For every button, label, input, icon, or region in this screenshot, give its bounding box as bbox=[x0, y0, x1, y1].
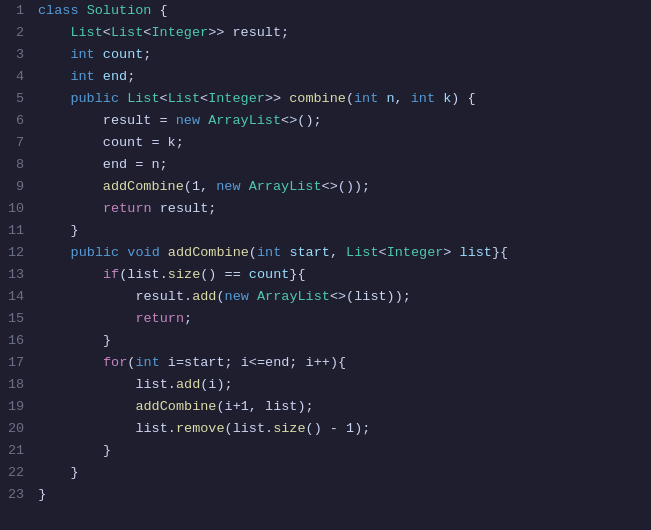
token-plain bbox=[38, 47, 70, 62]
token-plain: <>()); bbox=[322, 179, 371, 194]
token-fn: remove bbox=[176, 421, 225, 436]
token-type: Integer bbox=[208, 91, 265, 106]
token-plain: result = bbox=[38, 113, 176, 128]
code-line: 2 List<List<Integer>> result; bbox=[0, 22, 651, 44]
line-content: } bbox=[36, 484, 651, 506]
code-line: 22 } bbox=[0, 462, 651, 484]
token-fn: addCombine bbox=[135, 399, 216, 414]
token-plain: ; bbox=[143, 47, 151, 62]
token-kw-ctrl: if bbox=[103, 267, 119, 282]
line-number: 22 bbox=[0, 462, 36, 484]
line-number: 7 bbox=[0, 132, 36, 154]
token-kw: new bbox=[225, 289, 249, 304]
line-number: 1 bbox=[0, 0, 36, 22]
line-content: class Solution { bbox=[36, 0, 651, 22]
line-content: if(list.size() == count}{ bbox=[36, 264, 651, 286]
line-number: 4 bbox=[0, 66, 36, 88]
token-plain: end = n; bbox=[38, 157, 168, 172]
line-number: 23 bbox=[0, 484, 36, 506]
line-content: return result; bbox=[36, 198, 651, 220]
line-content: public List<List<Integer>> combine(int n… bbox=[36, 88, 651, 110]
line-content: } bbox=[36, 440, 651, 462]
token-plain bbox=[38, 179, 103, 194]
token-type: List bbox=[127, 91, 159, 106]
line-number: 14 bbox=[0, 286, 36, 308]
code-line: 8 end = n; bbox=[0, 154, 651, 176]
code-line: 6 result = new ArrayList<>(); bbox=[0, 110, 651, 132]
line-number: 20 bbox=[0, 418, 36, 440]
token-plain: < bbox=[103, 25, 111, 40]
token-kw: int bbox=[411, 91, 435, 106]
code-line: 7 count = k; bbox=[0, 132, 651, 154]
line-content: result = new ArrayList<>(); bbox=[36, 110, 651, 132]
token-plain bbox=[119, 91, 127, 106]
line-number: 15 bbox=[0, 308, 36, 330]
line-content: public void addCombine(int start, List<I… bbox=[36, 242, 651, 264]
code-line: 1class Solution { bbox=[0, 0, 651, 22]
token-plain bbox=[38, 355, 103, 370]
code-line: 21 } bbox=[0, 440, 651, 462]
token-kw: class bbox=[38, 3, 79, 18]
line-content: count = k; bbox=[36, 132, 651, 154]
token-plain: { bbox=[151, 3, 167, 18]
token-plain bbox=[38, 267, 103, 282]
token-plain bbox=[38, 399, 135, 414]
token-plain bbox=[200, 113, 208, 128]
token-type: List bbox=[168, 91, 200, 106]
line-content: for(int i=start; i<=end; i++){ bbox=[36, 352, 651, 374]
line-number: 2 bbox=[0, 22, 36, 44]
token-plain: ( bbox=[216, 289, 224, 304]
code-line: 10 return result; bbox=[0, 198, 651, 220]
line-content: addCombine(i+1, list); bbox=[36, 396, 651, 418]
token-plain bbox=[241, 179, 249, 194]
line-content: return; bbox=[36, 308, 651, 330]
token-type: List bbox=[70, 25, 102, 40]
token-fn: size bbox=[273, 421, 305, 436]
token-kw: void bbox=[127, 245, 159, 260]
token-type: Integer bbox=[151, 25, 208, 40]
line-content: List<List<Integer>> result; bbox=[36, 22, 651, 44]
token-plain bbox=[160, 245, 168, 260]
token-varname: count bbox=[249, 267, 290, 282]
token-plain bbox=[435, 91, 443, 106]
token-kw: public bbox=[71, 245, 120, 260]
token-classname: Solution bbox=[87, 3, 152, 18]
token-plain: result. bbox=[38, 289, 192, 304]
token-plain: , bbox=[330, 245, 346, 260]
token-fn: addCombine bbox=[103, 179, 184, 194]
token-plain: } bbox=[38, 443, 111, 458]
line-number: 16 bbox=[0, 330, 36, 352]
code-line: 12 public void addCombine(int start, Lis… bbox=[0, 242, 651, 264]
token-plain: }{ bbox=[289, 267, 305, 282]
line-content: list.remove(list.size() - 1); bbox=[36, 418, 651, 440]
code-line: 20 list.remove(list.size() - 1); bbox=[0, 418, 651, 440]
token-param: start bbox=[289, 245, 330, 260]
token-kw: int bbox=[135, 355, 159, 370]
token-plain: ( bbox=[346, 91, 354, 106]
token-plain: <>(); bbox=[281, 113, 322, 128]
token-plain bbox=[38, 245, 70, 260]
token-fn: size bbox=[168, 267, 200, 282]
token-plain: > bbox=[443, 245, 459, 260]
line-number: 11 bbox=[0, 220, 36, 242]
token-type: ArrayList bbox=[249, 179, 322, 194]
token-plain: , bbox=[395, 91, 411, 106]
code-line: 23} bbox=[0, 484, 651, 506]
token-plain: }{ bbox=[492, 245, 508, 260]
code-line: 11 } bbox=[0, 220, 651, 242]
line-content: } bbox=[36, 220, 651, 242]
token-param: list bbox=[460, 245, 492, 260]
code-line: 19 addCombine(i+1, list); bbox=[0, 396, 651, 418]
line-number: 12 bbox=[0, 242, 36, 264]
line-content: int count; bbox=[36, 44, 651, 66]
line-number: 8 bbox=[0, 154, 36, 176]
token-fn: combine bbox=[289, 91, 346, 106]
line-content: } bbox=[36, 330, 651, 352]
token-plain bbox=[95, 69, 103, 84]
code-line: 9 addCombine(1, new ArrayList<>()); bbox=[0, 176, 651, 198]
token-type: List bbox=[111, 25, 143, 40]
token-plain: (1, bbox=[184, 179, 216, 194]
token-type: ArrayList bbox=[208, 113, 281, 128]
line-content: int end; bbox=[36, 66, 651, 88]
token-plain: list. bbox=[38, 377, 176, 392]
